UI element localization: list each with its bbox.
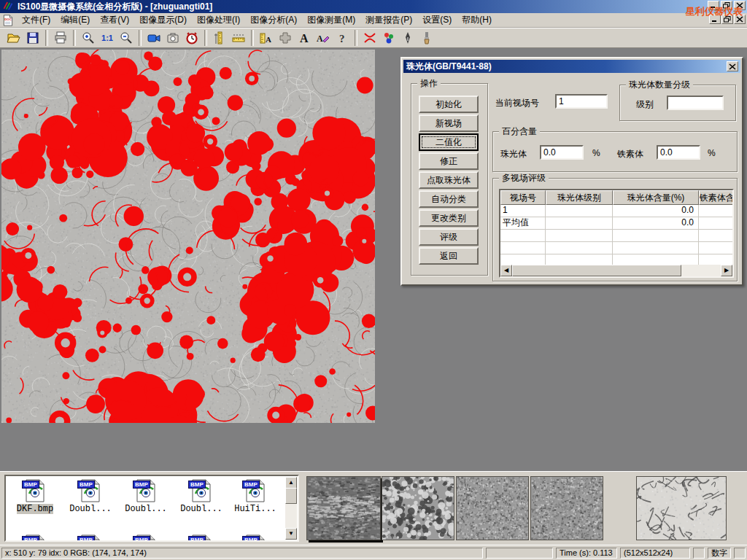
toolbar-separator	[251, 30, 254, 46]
file-item[interactable]: BMP Doubl...	[64, 479, 117, 514]
pick-pearlite-button[interactable]: 点取珠光体	[419, 171, 479, 189]
dialog-title-bar[interactable]: 珠光体(GB/T9441-88)	[403, 60, 740, 73]
return-button[interactable]: 返回	[419, 247, 479, 265]
hscroll-thumb[interactable]	[512, 265, 681, 276]
menu-image-process[interactable]: 图像处理(I)	[192, 12, 245, 28]
correct-button[interactable]: 修正	[419, 152, 479, 170]
ferrite-input[interactable]	[657, 145, 700, 160]
menu-image-display[interactable]: 图像显示(D)	[134, 12, 192, 28]
new-field-button[interactable]: 新视场	[419, 114, 479, 132]
table-row[interactable]: 平均值 0.0	[500, 217, 732, 230]
binarize-button[interactable]: 二值化	[419, 133, 479, 151]
particle-classify-button[interactable]	[379, 29, 398, 47]
close-icon[interactable]	[734, 1, 746, 10]
bmp-file-icon: BMP	[134, 534, 158, 542]
annotate-button[interactable]: A	[314, 29, 333, 47]
merge-button[interactable]	[276, 29, 295, 47]
change-class-button[interactable]: 更改类别	[419, 209, 479, 227]
pearlite-percent-sign: %	[592, 148, 600, 158]
menu-edit[interactable]: 编辑(E)	[55, 12, 95, 28]
thumbnail-image[interactable]	[456, 476, 529, 540]
current-field-input[interactable]	[555, 94, 608, 109]
menu-bar: DOC 文件(F) 编辑(E) 查看(V) 图像显示(D) 图像处理(I) 图像…	[0, 13, 747, 28]
save-button[interactable]	[23, 29, 42, 47]
pearlite-input[interactable]	[540, 145, 584, 160]
window-title: IS100显微摄像系统(金相分析版) - [zhuguangti01]	[18, 1, 212, 13]
file-item[interactable]: BMP	[9, 534, 61, 542]
curve-tool-button[interactable]	[360, 29, 379, 47]
window-controls	[708, 1, 746, 10]
thumbnail-image[interactable]	[306, 476, 381, 540]
bmp-badge: BMP	[22, 536, 39, 542]
mode-status: 数字	[708, 548, 731, 559]
file-item[interactable]: BMP	[229, 534, 282, 542]
child-minimize-icon[interactable]	[709, 15, 721, 24]
zoom-out-button[interactable]	[117, 29, 136, 47]
rate-button[interactable]: 评级	[419, 228, 479, 246]
timer-button[interactable]	[182, 29, 201, 47]
menu-image-analysis[interactable]: 图像分析(A)	[245, 12, 302, 28]
help-button[interactable]: ?	[333, 29, 352, 47]
open-button[interactable]	[4, 29, 23, 47]
svg-text:A: A	[300, 32, 309, 44]
menu-file[interactable]: 文件(F)	[17, 12, 55, 28]
file-item[interactable]: BMP	[120, 534, 172, 542]
scroll-left-icon[interactable]: ◀	[500, 265, 512, 276]
caliper-button[interactable]	[210, 29, 229, 47]
dialog-close-icon[interactable]	[727, 61, 738, 71]
file-item[interactable]: BMP Doubl...	[175, 479, 228, 514]
zoom-in-button[interactable]	[79, 29, 98, 47]
table-row[interactable]: 1 0.0	[500, 205, 732, 217]
table-empty-row	[500, 242, 732, 254]
file-item[interactable]: BMP	[64, 534, 117, 542]
menu-settings[interactable]: 设置(S)	[417, 12, 457, 28]
file-list-scrollbar[interactable]: ▲ ▼	[285, 477, 297, 540]
child-restore-icon[interactable]	[721, 15, 733, 24]
print-button[interactable]	[51, 29, 70, 47]
ruler-button[interactable]	[229, 29, 248, 47]
multi-field-group-label: 多视场评级	[499, 173, 549, 183]
bmp-file-icon: BMP	[244, 534, 267, 542]
menu-help[interactable]: 帮助(H)	[457, 12, 497, 28]
video-capture-button[interactable]	[144, 29, 163, 47]
menu-report[interactable]: 测量报告(P)	[360, 12, 417, 28]
minimize-icon[interactable]	[708, 1, 719, 10]
bmp-badge: BMP	[188, 536, 206, 542]
vscroll-thumb[interactable]	[285, 488, 297, 504]
snapshot-button[interactable]	[163, 29, 182, 47]
table-hscrollbar[interactable]: ◀ ▶	[500, 265, 732, 276]
pen-icon	[400, 31, 415, 45]
actual-size-button[interactable]: 1:1	[98, 29, 117, 47]
file-item[interactable]: BMP HuiTi...	[229, 479, 282, 514]
text-button[interactable]: A	[295, 29, 314, 47]
file-item[interactable]: BMP	[175, 534, 228, 542]
grade-input[interactable]	[667, 96, 724, 110]
measure-text-button[interactable]: A	[257, 29, 276, 47]
scroll-down-icon[interactable]: ▼	[285, 528, 297, 540]
init-button[interactable]: 初始化	[419, 96, 479, 113]
thumbnail-image[interactable]	[530, 476, 603, 540]
svg-text:A: A	[317, 34, 323, 44]
zoom-out-icon	[119, 31, 133, 45]
thumbnail-image[interactable]	[636, 476, 727, 540]
curve-icon	[363, 31, 377, 45]
toolbar-separator	[73, 30, 76, 46]
ferrite-label: 铁素体	[617, 148, 643, 160]
menu-view[interactable]: 查看(V)	[95, 12, 134, 28]
restore-icon[interactable]	[721, 1, 732, 10]
child-close-icon[interactable]	[734, 15, 746, 24]
bmp-badge: BMP	[242, 536, 260, 542]
menu-image-measure[interactable]: 图像测量(M)	[302, 12, 360, 28]
thumbnail-image[interactable]	[382, 476, 454, 540]
toolbar-separator	[45, 30, 48, 46]
scroll-right-icon[interactable]: ▶	[721, 265, 732, 276]
file-item[interactable]: BMP Doubl...	[120, 479, 172, 514]
brush-button[interactable]	[417, 29, 436, 47]
pen-button[interactable]	[398, 29, 417, 47]
file-name: DKF.bmp	[17, 504, 53, 514]
scroll-up-icon[interactable]: ▲	[285, 477, 297, 489]
col-grade: 珠光体级别	[546, 190, 613, 205]
file-item[interactable]: BMP DKF.bmp	[9, 479, 61, 514]
micrograph-image[interactable]	[1, 50, 375, 423]
auto-classify-button[interactable]: 自动分类	[419, 190, 479, 208]
